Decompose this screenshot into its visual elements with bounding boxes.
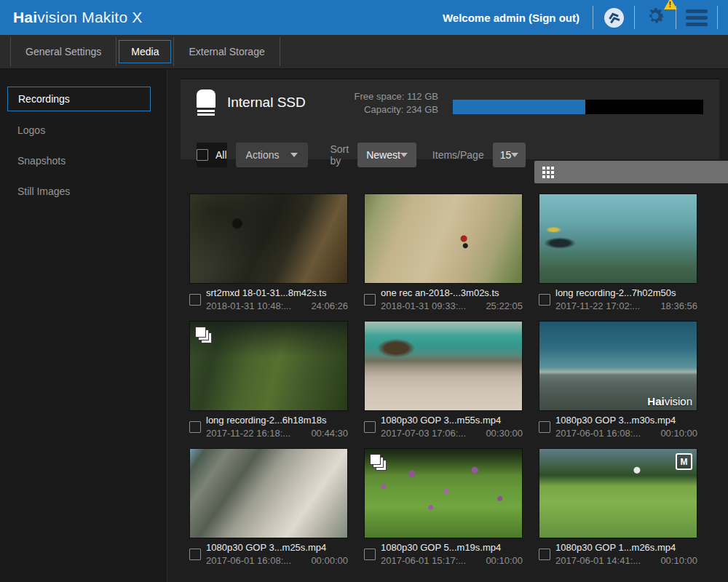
storage-stats: Free space: 112 GB Capacity: 234 GB (355, 90, 438, 116)
capacity-value: 234 GB (406, 104, 438, 115)
tab-media[interactable]: Media (119, 40, 171, 63)
tab-external-storage[interactable]: External Storage (174, 40, 279, 63)
logo-rest: vision Makito X (37, 9, 142, 25)
recording-text: 1080p30 GOP 5...m19s.mp42017-06-01 15:17… (381, 542, 523, 566)
sort-value: Newest (366, 149, 400, 161)
recording-checkbox[interactable] (364, 421, 376, 433)
recording-text: 1080p30 GOP 3...m55s.mp42017-07-03 17:06… (381, 415, 523, 439)
recording-thumbnail[interactable]: Haivision (539, 321, 697, 411)
menu-button[interactable] (676, 0, 717, 35)
warning-badge-icon (664, 0, 677, 9)
actions-dropdown[interactable]: Actions (236, 143, 309, 167)
select-all-checkbox[interactable] (197, 149, 208, 161)
recording-thumbnail[interactable]: M (539, 448, 697, 538)
divider (280, 37, 280, 66)
sidebar-item-still-images[interactable]: Still Images (0, 180, 167, 203)
recording-checkbox[interactable] (189, 294, 201, 306)
recording-checkbox[interactable] (189, 549, 201, 560)
recording-subline: 2018-01-31 10:48:...24:06:26 (206, 300, 348, 311)
recording-text: long recording-2...6h18m18s2017-11-22 16… (206, 415, 348, 439)
recording-filename: 1080p30 GOP 1...m26s.mp4 (555, 542, 697, 553)
recording-card: long recording-2...6h18m18s2017-11-22 16… (189, 321, 348, 439)
recording-card: M1080p30 GOP 1...m26s.mp42017-06-01 14:4… (539, 448, 697, 566)
recording-meta: srt2mxd 18-01-31...8m42s.ts2018-01-31 10… (189, 287, 348, 311)
haivision-watermark: Haivision (647, 395, 692, 407)
sort-dropdown[interactable]: Newest (357, 143, 416, 167)
storage-usage-bar (453, 100, 703, 114)
recording-duration: 18:36:56 (660, 300, 697, 311)
recording-duration: 25:22:05 (486, 300, 523, 311)
recording-thumbnail[interactable] (539, 194, 697, 284)
recording-thumbnail[interactable] (364, 448, 523, 538)
recording-duration: 00:10:00 (660, 555, 697, 566)
recording-meta: 1080p30 GOP 5...m19s.mp42017-06-01 15:17… (364, 542, 523, 566)
tab-bar: General Settings Media External Storage (0, 35, 728, 69)
recording-filename: 1080p30 GOP 3...m25s.mp4 (206, 542, 348, 553)
recording-duration: 00:30:00 (486, 428, 523, 439)
chevron-down-icon (290, 153, 298, 157)
recording-date: 2017-06-01 16:08:... (206, 555, 291, 566)
settings-button[interactable] (635, 0, 676, 35)
sidebar-item-recordings[interactable]: Recordings (7, 87, 151, 111)
recording-text: one rec an-2018-...3m02s.ts2018-01-31 09… (381, 287, 523, 311)
sign-out-link[interactable]: (Sign out) (529, 12, 579, 24)
recording-subline: 2018-01-31 09:33:...25:22:05 (381, 300, 523, 311)
recording-card: srt2mxd 18-01-31...8m42s.ts2018-01-31 10… (189, 194, 348, 311)
recording-checkbox[interactable] (364, 294, 376, 306)
recording-checkbox[interactable] (189, 421, 201, 433)
recording-card: long recording-2...7h02m50s2017-11-22 17… (539, 194, 697, 311)
recording-date: 2018-01-31 10:48:... (206, 300, 291, 311)
divider (717, 6, 718, 29)
recording-duration: 00:10:00 (660, 428, 697, 439)
recording-checkbox[interactable] (539, 549, 550, 560)
view-toggle (526, 127, 728, 183)
body: Recordings Logos Snapshots Still Images … (0, 69, 728, 582)
recording-thumbnail[interactable] (364, 194, 523, 284)
recording-text: srt2mxd 18-01-31...8m42s.ts2018-01-31 10… (206, 287, 348, 311)
recording-subline: 2017-06-01 15:17:...00:10:00 (381, 555, 523, 566)
recording-meta: one rec an-2018-...3m02s.ts2018-01-31 09… (364, 287, 523, 311)
recording-duration: 00:44:30 (311, 428, 348, 439)
recording-date: 2017-11-22 16:18:... (206, 428, 290, 439)
capacity-line: Capacity: 234 GB (355, 103, 438, 116)
recording-thumbnail[interactable] (189, 448, 348, 538)
sidebar-item-snapshots[interactable]: Snapshots (0, 149, 167, 172)
recording-thumbnail[interactable] (364, 321, 523, 411)
recording-subline: 2017-06-01 16:08:...00:10:00 (555, 428, 697, 439)
items-per-page-value: 15 (500, 149, 512, 161)
status-button[interactable] (593, 0, 634, 35)
grid-view-button[interactable] (534, 161, 728, 183)
recording-checkbox[interactable] (539, 294, 550, 306)
recording-date: 2017-11-22 17:02:... (555, 300, 640, 311)
main-content: Internal SSD Free space: 112 GB Capacity… (167, 69, 728, 582)
sidebar: Recordings Logos Snapshots Still Images (0, 69, 167, 582)
recording-checkbox[interactable] (539, 421, 550, 433)
tab-general-settings[interactable]: General Settings (11, 40, 116, 63)
recording-meta: 1080p30 GOP 3...m55s.mp42017-07-03 17:06… (364, 415, 523, 439)
recordings-grid: srt2mxd 18-01-31...8m42s.ts2018-01-31 10… (189, 194, 713, 566)
actions-label: Actions (246, 149, 280, 161)
recording-date: 2017-06-01 16:08:... (555, 428, 641, 439)
recording-date: 2017-06-01 15:17:... (381, 555, 466, 566)
recording-thumbnail[interactable] (189, 194, 348, 284)
select-all-label: All (215, 149, 227, 161)
recording-card: one rec an-2018-...3m02s.ts2018-01-31 09… (364, 194, 523, 311)
m-badge-icon: M (676, 453, 692, 470)
sidebar-item-logos[interactable]: Logos (0, 119, 167, 142)
menu-icon (686, 9, 708, 26)
recording-thumbnail[interactable] (189, 321, 348, 411)
recording-meta: 1080p30 GOP 3...m30s.mp42017-06-01 16:08… (539, 415, 697, 439)
recording-date: 2017-07-03 17:06:... (381, 428, 466, 439)
recording-filename: long recording-2...7h02m50s (555, 287, 697, 298)
recording-meta: 1080p30 GOP 1...m26s.mp42017-06-01 14:41… (539, 542, 697, 566)
recording-checkbox[interactable] (364, 549, 376, 560)
app-logo: Haivision Makito X (13, 9, 143, 26)
recording-subline: 2017-06-01 14:41:...00:10:00 (555, 555, 697, 566)
recording-subline: 2017-11-22 17:02:...18:36:56 (555, 300, 697, 311)
items-per-page-label: Items/Page (432, 149, 484, 161)
welcome-user: Welcome admin (443, 12, 526, 24)
recording-filename: one rec an-2018-...3m02s.ts (381, 287, 523, 298)
recording-text: long recording-2...7h02m50s2017-11-22 17… (555, 287, 697, 311)
items-per-page-dropdown[interactable]: 15 (493, 143, 526, 167)
grid-view-icon (542, 167, 554, 178)
